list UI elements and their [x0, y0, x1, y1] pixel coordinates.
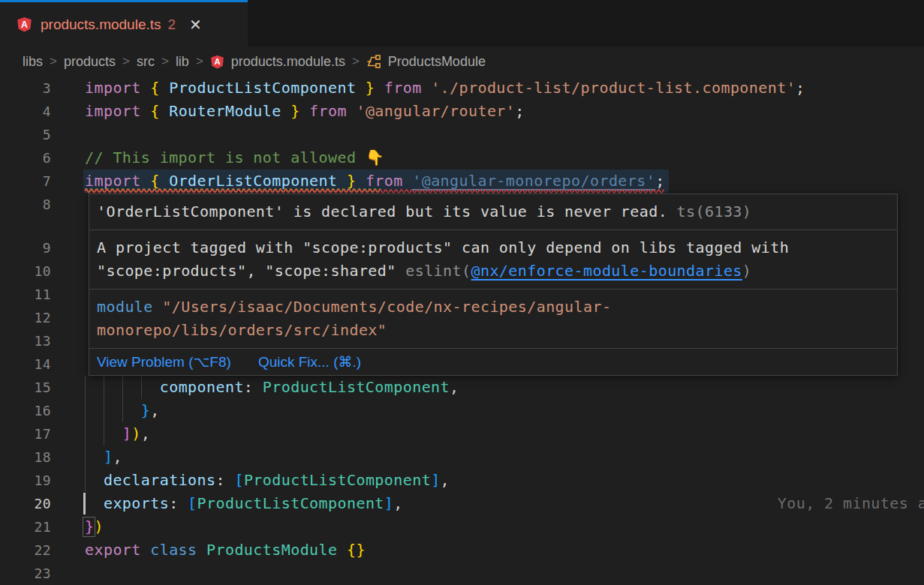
line-number: 19 — [0, 469, 51, 492]
code-line-4[interactable]: 4import { RouterModule } from '@angular/… — [0, 100, 924, 123]
line-content: }, — [85, 399, 924, 422]
eslint-source-close: ) — [742, 262, 751, 280]
line-number: 3 — [0, 76, 51, 100]
code-line-18[interactable]: 18 ], — [0, 446, 924, 469]
token: import — [85, 79, 150, 97]
breadcrumb-item-products[interactable]: products — [64, 54, 116, 70]
line-content: // This import is not allowed 👇 — [85, 146, 924, 170]
line-content: component: ProductListComponent, — [85, 376, 924, 399]
git-blame-annotation: You, 2 minutes ago • Fix Angular monorep… — [778, 494, 924, 512]
token: class — [150, 541, 206, 559]
line-content: ], — [85, 446, 924, 469]
line-number: 9 — [0, 236, 51, 260]
module-keyword: module — [97, 298, 153, 316]
line-number: 5 — [0, 123, 51, 146]
token: component — [160, 378, 244, 396]
line-number: 20 — [0, 492, 51, 515]
hover-eslint-diagnostic: A project tagged with "scope:products" c… — [89, 230, 897, 289]
line-number: 21 — [0, 515, 51, 538]
tab-title: products.module.ts — [41, 16, 161, 33]
breadcrumb-item-src[interactable]: src — [137, 54, 155, 70]
hover-module-info: module "/Users/isaac/Documents/code/nx-r… — [89, 289, 897, 348]
line-number: 16 — [0, 399, 51, 422]
line-content: }) — [85, 515, 924, 538]
token: : — [244, 378, 263, 396]
line-number: 23 — [0, 562, 51, 585]
svg-text:A: A — [21, 20, 28, 30]
token: from — [300, 102, 357, 120]
token: , — [450, 378, 459, 396]
token: } — [141, 401, 150, 419]
code-line-21[interactable]: 21}) — [0, 515, 924, 538]
token: , — [141, 424, 150, 442]
code-line-20[interactable]: 20 exports: [ProductListComponent],You, … — [0, 492, 924, 515]
token — [85, 494, 104, 512]
eslint-rule-link[interactable]: @nx/enforce-module-boundaries — [471, 262, 742, 280]
token: ProductListComponent — [244, 471, 431, 489]
code-line-22[interactable]: 22export class ProductsModule {} — [0, 538, 924, 562]
token — [337, 541, 346, 559]
eslint-message-line1: A project tagged with "scope:products" c… — [97, 238, 789, 256]
token: export — [85, 541, 150, 559]
diagnostic-hover-popup: 'OrderListComponent' is declared but its… — [89, 194, 898, 376]
breadcrumb-item-libs[interactable]: libs — [23, 54, 43, 70]
line-number: 14 — [0, 352, 51, 376]
token: ] — [431, 471, 440, 489]
line-number: 12 — [0, 306, 51, 329]
token: './product-list/product-list.component' — [431, 79, 796, 97]
code-line-15[interactable]: 15 component: ProductListComponent, — [0, 376, 924, 399]
breadcrumb-symbol[interactable]: ProductsModule — [388, 54, 486, 70]
token: ProductsModule — [206, 541, 337, 559]
view-problem-button[interactable]: View Problem (⌥F8) — [97, 350, 231, 374]
diagnostic-source: ts(6133) — [667, 202, 751, 220]
token: [ — [188, 494, 197, 512]
code-line-6[interactable]: 6// This import is not allowed 👇 — [0, 146, 924, 170]
token: } — [85, 518, 94, 536]
code-line-17[interactable]: 17 ]), — [0, 422, 924, 446]
tab-products-module[interactable]: A products.module.ts 2 ✕ — [0, 0, 248, 46]
token: { — [150, 79, 169, 97]
code-line-5[interactable]: 5 — [0, 123, 924, 146]
hover-action-bar: View Problem (⌥F8) Quick Fix... (⌘.) — [89, 348, 897, 375]
breadcrumb-file[interactable]: products.module.ts — [231, 54, 345, 70]
token — [85, 401, 141, 419]
chevron-right-icon: > — [352, 54, 360, 69]
line-number: 15 — [0, 376, 51, 399]
breadcrumb-item-lib[interactable]: lib — [176, 54, 189, 70]
chevron-right-icon: > — [50, 54, 57, 69]
line-content: declarations: [ProductListComponent], — [85, 469, 924, 492]
line-number: 11 — [0, 283, 51, 306]
token: '@angular-monorepo/orders' — [412, 172, 655, 190]
line-content: import { OrderListComponent } from '@ang… — [85, 170, 924, 193]
line-number: 18 — [0, 446, 51, 469]
line-number: 22 — [0, 538, 51, 562]
code-line-19[interactable]: 19 declarations: [ProductListComponent], — [0, 469, 924, 492]
tab-bar: A products.module.ts 2 ✕ — [0, 0, 924, 46]
token: ) — [94, 518, 103, 536]
line-number: 10 — [0, 260, 51, 283]
eslint-message-line2: "scope:products", "scope:shared" — [97, 262, 405, 280]
line-content: import { RouterModule } from '@angular/r… — [85, 100, 924, 123]
token: } — [337, 172, 356, 190]
token: ] — [384, 494, 393, 512]
code-line-16[interactable]: 16 }, — [0, 399, 924, 422]
line-content: exports: [ProductListComponent],You, 2 m… — [85, 492, 924, 515]
token — [85, 424, 122, 442]
code-line-3[interactable]: 3import { ProductListComponent } from '.… — [0, 76, 924, 100]
line-content — [85, 123, 924, 146]
token: : — [169, 494, 188, 512]
token: ; — [515, 102, 524, 120]
line-content: export class ProductsModule {} — [85, 538, 924, 562]
hover-ts-diagnostic: 'OrderListComponent' is declared but its… — [89, 194, 897, 230]
token: , — [150, 401, 159, 419]
code-line-23[interactable]: 23 — [0, 562, 924, 585]
quick-fix-button[interactable]: Quick Fix... (⌘.) — [258, 350, 361, 374]
token: ProductListComponent — [263, 378, 450, 396]
token: ; — [655, 172, 664, 190]
close-icon[interactable]: ✕ — [189, 17, 202, 32]
tab-problem-badge: 2 — [168, 16, 176, 33]
code-line-7[interactable]: 7import { OrderListComponent } from '@an… — [0, 170, 924, 193]
token — [85, 448, 104, 466]
token: from — [375, 79, 431, 97]
line-number: 4 — [0, 100, 51, 123]
